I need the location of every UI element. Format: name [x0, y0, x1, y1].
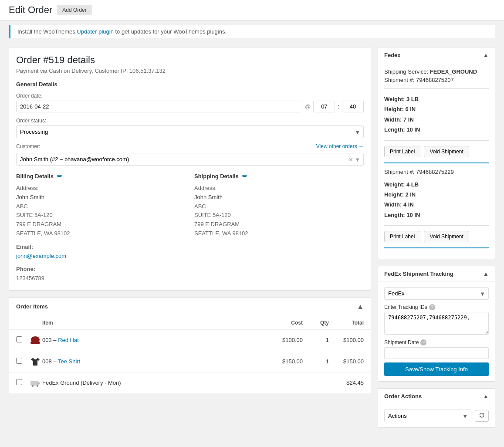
item-cost: $150.00 [268, 358, 303, 365]
shipment-1-number: Shipment #: 794688275207 [384, 77, 489, 83]
item-sku: 008 – [42, 358, 58, 365]
row-checkbox[interactable] [16, 379, 22, 385]
shipping-name: John Smith [194, 193, 364, 202]
actions-select[interactable]: Actions Email invoice to customer Resend… [384, 410, 471, 422]
shipping-city-state: SEATTLE, WA 98102 [194, 229, 364, 238]
billing-title: Billing Details ✏ [16, 173, 186, 179]
billing-shipping-row: Billing Details ✏ Address: John Smith AB… [16, 173, 364, 283]
col-cost-header: Cost [268, 320, 303, 326]
notice-text-before: Install the WooThemes [17, 28, 77, 35]
shipment-2-number-value: 794688275229 [416, 169, 454, 175]
order-details-body: Order #519 details Payment via Cash on D… [9, 47, 371, 290]
svg-point-4 [32, 385, 34, 387]
at-separator: @ [305, 103, 311, 110]
colon-separator: : [338, 103, 339, 110]
width-1: Width: 7 IN [384, 115, 489, 125]
items-table-header: Item Cost Qty Total [9, 316, 371, 330]
svg-rect-2 [30, 381, 37, 386]
tracking-content: FedEx UPS USPS ▼ Enter Tracking IDs ? 79… [378, 282, 495, 381]
billing-email-label: Email: [16, 243, 186, 252]
fedex-panel-header: Fedex ▲ [378, 47, 495, 63]
shipping-section: Shipping Details ✏ Address: John Smith A… [194, 173, 364, 283]
billing-street: 799 E DRAGRAM [16, 220, 186, 229]
tracking-ids-label-row: Enter Tracking IDs ? [384, 304, 489, 310]
width-2-value: 4 IN [403, 201, 414, 208]
order-actions-header: Order Actions ▲ [378, 389, 495, 404]
billing-edit-icon[interactable]: ✏ [57, 173, 62, 179]
item-thumbnail [29, 334, 41, 346]
item-total: $100.00 [329, 337, 364, 343]
billing-section: Billing Details ✏ Address: John Smith AB… [16, 173, 186, 283]
item-name-link[interactable]: Tee Shirt [58, 358, 80, 365]
actions-row: Actions Email invoice to customer Resend… [384, 410, 489, 422]
customer-label: Customer: [16, 143, 316, 149]
fedex-panel-title: Fedex [384, 52, 401, 58]
customer-clear-icon[interactable]: ✕ ▼ [348, 156, 360, 163]
order-actions-collapse-btn[interactable]: ▲ [483, 393, 489, 400]
add-order-button[interactable]: Add Order [58, 5, 91, 15]
shipment-1-dimensions: Weight: 3 LB Height: 6 IN Width: 7 IN Le… [384, 94, 489, 135]
order-details-panel: Order #519 details Payment via Cash on D… [9, 47, 371, 291]
fedex-divider-3 [384, 163, 489, 163]
tracking-ids-input[interactable]: 794688275207,794688275229, [384, 312, 489, 335]
order-date-input[interactable] [16, 101, 302, 112]
row-checkbox-wrapper [16, 358, 29, 365]
item-name-cell: FedEx Ground (Delivery - Mon) [42, 379, 268, 386]
shipping-edit-icon[interactable]: ✏ [242, 173, 247, 179]
order-status-label: Order status: [16, 118, 364, 124]
item-name-link[interactable]: Red Hat [58, 337, 79, 343]
shipping-street: 799 E DRAGRAM [194, 220, 364, 229]
carrier-select[interactable]: FedEx UPS USPS [384, 287, 489, 300]
void-shipment-btn-1[interactable]: Void Shipment [424, 146, 469, 157]
billing-address-block: Address: John Smith ABC SUITE 5A-120 799… [16, 184, 186, 283]
order-status-row: Order status: Processing Pending payment… [16, 118, 364, 138]
item-cost: $100.00 [268, 337, 303, 343]
order-actions-panel: Order Actions ▲ Actions Email invoice to… [378, 388, 495, 428]
view-other-orders-link[interactable]: View other orders → [316, 143, 364, 151]
shipment-2-btn-row: Print Label Void Shipment [384, 231, 489, 242]
billing-city-state: SEATTLE, WA 98102 [16, 229, 186, 238]
updater-plugin-link[interactable]: Updater plugin [77, 28, 114, 35]
shipping-icon [30, 378, 41, 388]
table-row: 003 – Red Hat $100.00 1 $100.00 [9, 330, 371, 351]
table-row: 008 – Tee Shirt $150.00 1 $150.00 [9, 351, 371, 372]
row-checkbox[interactable] [16, 358, 22, 364]
height-2-value: 2 IN [405, 191, 416, 198]
refresh-btn[interactable] [475, 410, 489, 422]
weight-1: Weight: 3 LB [384, 94, 489, 104]
billing-name: John Smith [16, 193, 186, 202]
shipment-date-label-text: Shipment Date [384, 339, 419, 345]
shipment-1-number-value: 794688275207 [416, 77, 454, 83]
col-item-header: Item [42, 320, 268, 326]
row-checkbox-wrapper [16, 336, 29, 344]
weight-2: Weight: 4 LB [384, 179, 489, 190]
shipment-date-help-icon: ? [420, 339, 426, 345]
tracking-collapse-btn[interactable]: ▲ [483, 271, 489, 277]
shipping-suite: SUITE 5A-120 [194, 211, 364, 220]
tracking-panel-header: FedEx Shipment Tracking ▲ [378, 266, 495, 282]
order-status-select-wrapper: Processing Pending payment On hold Compl… [16, 125, 364, 138]
order-date-label: Order date: [16, 93, 364, 99]
shipment-date-label-row: Shipment Date ? [384, 339, 489, 345]
save-tracking-btn[interactable]: Save/Show Tracking Info [384, 362, 489, 376]
print-label-btn-2[interactable]: Print Label [384, 231, 420, 242]
tracking-ids-help-icon: ? [429, 304, 435, 310]
customer-input-wrapper: ✕ ▼ [16, 153, 364, 166]
order-status-select[interactable]: Processing Pending payment On hold Compl… [16, 125, 364, 138]
print-label-btn-1[interactable]: Print Label [384, 146, 420, 157]
order-minute-input[interactable] [342, 101, 364, 112]
shipment-date-input[interactable] [384, 347, 489, 359]
fedex-divider-4 [384, 225, 489, 226]
void-shipment-btn-2[interactable]: Void Shipment [424, 231, 469, 242]
fedex-collapse-btn[interactable]: ▲ [483, 52, 489, 58]
item-total: $150.00 [329, 358, 364, 365]
svg-marker-3 [37, 381, 40, 386]
customer-input[interactable] [16, 153, 364, 166]
order-items-collapse-btn[interactable]: ▲ [357, 303, 364, 311]
customer-header-row: Customer: View other orders → [16, 143, 364, 151]
order-hour-input[interactable] [313, 101, 335, 112]
actions-select-wrapper: Actions Email invoice to customer Resend… [384, 410, 471, 422]
billing-email-link[interactable]: john@example.com [16, 253, 66, 259]
row-checkbox[interactable] [16, 336, 22, 342]
table-row: FedEx Ground (Delivery - Mon) $24.45 [9, 372, 371, 394]
